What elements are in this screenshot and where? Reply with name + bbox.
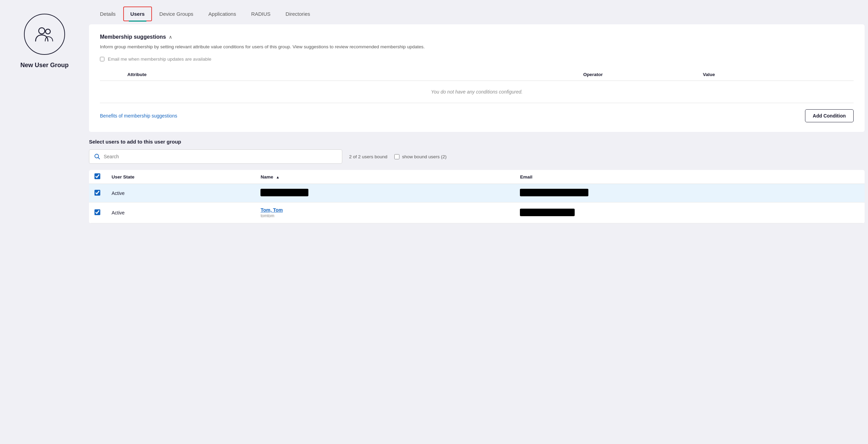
value-col-header: Value [699, 69, 854, 81]
membership-suggestions-card: Membership suggestions ∧ Inform group me… [89, 24, 865, 132]
show-bound-row: show bound users (2) [394, 154, 447, 159]
svg-point-1 [46, 29, 50, 34]
row2-email-redacted [520, 209, 575, 216]
row1-checkbox[interactable] [94, 190, 100, 196]
show-bound-checkbox[interactable] [394, 154, 399, 159]
content-area: Membership suggestions ∧ Inform group me… [89, 24, 868, 444]
svg-line-3 [98, 158, 100, 159]
row1-name-redacted [260, 189, 308, 196]
row2-name: Tom, Tom tomtom [255, 202, 514, 223]
tab-radius[interactable]: RADIUS [244, 6, 278, 22]
attribute-col-header: Attribute [100, 69, 487, 81]
sidebar: New User Group [0, 0, 89, 444]
tab-users[interactable]: Users [123, 7, 152, 21]
select-all-checkbox[interactable] [94, 173, 100, 179]
no-conditions-message: You do not have any conditions configure… [100, 81, 854, 103]
group-name-label: New User Group [20, 62, 68, 69]
row2-email [514, 202, 865, 223]
tab-bar: Details Users Device Groups Applications… [89, 0, 868, 22]
row1-email-redacted [520, 189, 588, 196]
users-bound-label: 2 of 2 users bound [349, 154, 387, 159]
membership-section-header: Membership suggestions ∧ [100, 34, 854, 40]
sort-arrow-up: ▲ [276, 175, 280, 179]
tab-details[interactable]: Details [92, 6, 123, 22]
operator-col-header: Operator [487, 69, 699, 81]
group-icon [34, 24, 55, 45]
table-row: Active Tom, Tom tomtom [89, 202, 865, 223]
row1-name [255, 184, 514, 202]
row1-checkbox-cell [89, 184, 106, 202]
search-box [89, 149, 342, 164]
email-col-header: Email [514, 170, 865, 184]
table-row: Active [89, 184, 865, 202]
select-all-col-header [89, 170, 106, 184]
search-input[interactable] [104, 154, 337, 159]
main-content: Details Users Device Groups Applications… [89, 0, 868, 444]
benefits-link[interactable]: Benefits of membership suggestions [100, 113, 177, 119]
group-avatar [24, 14, 65, 55]
user-state-col-header: User State [106, 170, 255, 184]
tab-applications[interactable]: Applications [201, 6, 244, 22]
membership-suggestions-title: Membership suggestions [100, 34, 166, 40]
search-icon [94, 153, 100, 160]
row2-state: Active [106, 202, 255, 223]
conditions-table: Attribute Operator Value You do not have… [100, 69, 854, 103]
email-checkbox-label[interactable]: Email me when membership updates are ava… [108, 57, 211, 62]
chevron-up-icon[interactable]: ∧ [169, 34, 172, 40]
search-and-info-row: 2 of 2 users bound show bound users (2) [89, 149, 865, 164]
users-section-title: Select users to add to this user group [89, 139, 865, 145]
tab-device-groups[interactable]: Device Groups [152, 6, 201, 22]
row1-email [514, 184, 865, 202]
email-checkbox-row: Email me when membership updates are ava… [100, 57, 854, 62]
tom-username: tomtom [260, 213, 509, 218]
row2-checkbox-cell [89, 202, 106, 223]
svg-point-0 [39, 28, 45, 34]
tom-user-link[interactable]: Tom, Tom [260, 207, 283, 213]
name-col-header[interactable]: Name ▲ [255, 170, 514, 184]
tab-directories[interactable]: Directories [278, 6, 318, 22]
users-table: User State Name ▲ Email [89, 170, 865, 223]
row2-checkbox[interactable] [94, 209, 100, 215]
email-checkbox[interactable] [100, 57, 104, 61]
card-footer: Benefits of membership suggestions Add C… [100, 109, 854, 122]
row1-state: Active [106, 184, 255, 202]
name-col-label: Name [260, 174, 273, 180]
show-bound-label[interactable]: show bound users (2) [402, 154, 447, 159]
add-condition-button[interactable]: Add Condition [805, 109, 854, 122]
membership-description: Inform group membership by setting relev… [100, 44, 854, 50]
users-section: Select users to add to this user group 2… [89, 139, 868, 223]
